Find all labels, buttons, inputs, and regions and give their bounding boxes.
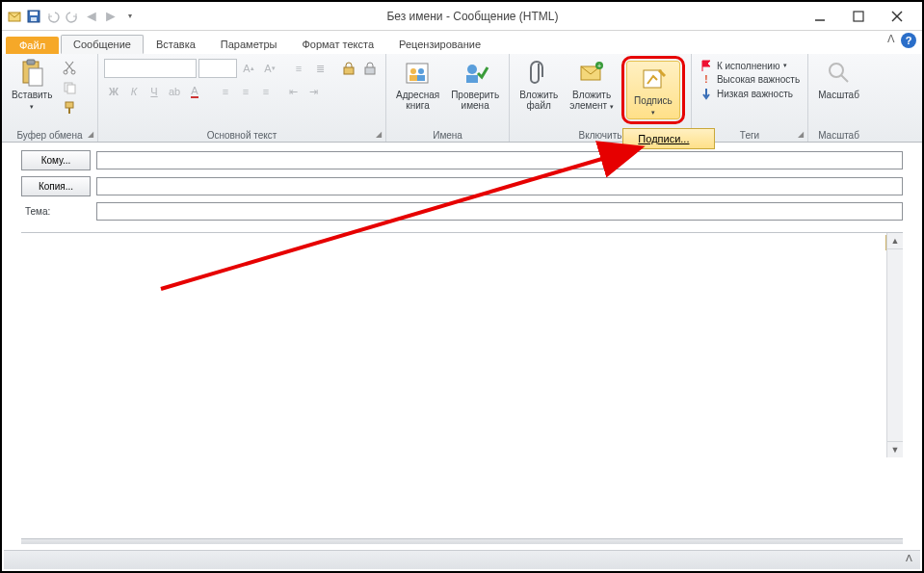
align-right-icon[interactable]: ≡ [256, 82, 276, 101]
collapse-ribbon-icon[interactable]: ᐱ [887, 33, 895, 48]
format-painter-icon[interactable] [60, 98, 79, 117]
svg-rect-23 [417, 75, 425, 81]
high-importance-button[interactable]: !Высокая важность [698, 73, 802, 86]
ribbon: Вставить▾ Буфер обмена◢ A▴ A▾ ≡ ≣ [2, 54, 922, 143]
increase-indent-icon[interactable]: ⇥ [304, 82, 323, 101]
statusbar: ᐱ [4, 550, 920, 569]
annotation-highlight: Подпись▾ Подписи... [621, 56, 685, 124]
check-names-label: Проверить имена [451, 90, 499, 111]
tab-review[interactable]: Рецензирование [386, 35, 493, 54]
tab-message[interactable]: Сообщение [61, 35, 144, 54]
copy-icon[interactable] [60, 78, 79, 97]
separator [21, 538, 903, 544]
svg-rect-14 [67, 85, 75, 93]
group-zoom: Масштаб Масштаб [808, 54, 869, 142]
file-tab[interactable]: Файл [6, 37, 59, 54]
svg-text:+: + [597, 63, 601, 69]
svg-rect-3 [31, 17, 37, 21]
save-icon[interactable] [25, 8, 42, 25]
group-names: Адресная книга Проверить имена Имена [386, 54, 510, 142]
shrink-font-icon[interactable]: A▾ [260, 59, 279, 78]
statusbar-expand-icon[interactable]: ᐱ [906, 553, 912, 563]
font-launcher-icon[interactable]: ◢ [376, 130, 382, 139]
address-book-button[interactable]: Адресная книга [392, 56, 443, 113]
ribbon-tabs: Файл Сообщение Вставка Параметры Формат … [2, 31, 922, 54]
italic-icon[interactable]: К [124, 82, 144, 101]
cc-button[interactable]: Копия... [21, 176, 91, 196]
svg-rect-9 [27, 60, 35, 65]
font-size-select[interactable] [198, 59, 237, 78]
maximize-button[interactable] [845, 7, 872, 26]
low-importance-button[interactable]: Низкая важность [698, 86, 802, 101]
group-names-label: Имена [392, 129, 503, 142]
to-button[interactable]: Кому... [21, 150, 91, 170]
svg-rect-22 [409, 75, 417, 81]
group-font: A▴ A▾ ≡ ≣ Ж К Ч ab A ≡ ≡ ≡ ⇤ [98, 54, 386, 142]
qat-send-icon[interactable] [6, 8, 23, 25]
svg-rect-18 [365, 67, 375, 74]
group-font-label: Основной текст◢ [104, 129, 380, 142]
follow-up-button[interactable]: К исполнению ▾ [698, 58, 802, 73]
tab-options[interactable]: Параметры [208, 35, 290, 54]
address-book-label: Адресная книга [396, 90, 439, 111]
tab-insert[interactable]: Вставка [144, 35, 208, 54]
font-color-icon[interactable]: A [185, 82, 204, 101]
tab-format[interactable]: Формат текста [289, 35, 386, 54]
zoom-button[interactable]: Масштаб [814, 56, 863, 102]
minimize-button[interactable] [806, 7, 833, 26]
paste-button[interactable]: Вставить▾ [8, 56, 56, 113]
svg-rect-2 [30, 12, 38, 15]
window-controls [806, 7, 918, 26]
svg-rect-15 [66, 102, 73, 108]
svg-rect-16 [68, 108, 70, 114]
group-include: Вложить файл + Вложить элемент ▾ Подпись… [510, 54, 692, 142]
svg-point-21 [418, 68, 424, 74]
next-item-icon[interactable]: ► [102, 8, 119, 25]
subject-field[interactable] [96, 202, 903, 221]
font-family-select[interactable] [104, 59, 197, 78]
svg-line-31 [841, 75, 848, 82]
align-left-icon[interactable]: ≡ [216, 82, 235, 101]
grow-font-icon[interactable]: A▴ [239, 59, 258, 78]
redo-icon[interactable] [64, 8, 81, 25]
undo-icon[interactable] [44, 8, 62, 25]
group-zoom-label: Масштаб [814, 129, 863, 142]
quick-access-toolbar: ◄ ► ▾ [6, 8, 139, 25]
body-scrollbar[interactable]: ▲ ▼ [886, 233, 903, 457]
signature-button[interactable]: Подпись▾ [626, 61, 680, 119]
svg-point-24 [467, 65, 477, 74]
zoom-label: Масштаб [818, 90, 859, 100]
signature-label: Подпись▾ [634, 95, 673, 117]
attach-item-button[interactable]: + Вложить элемент ▾ [566, 56, 618, 113]
highlight-color-icon[interactable]: ab [165, 82, 184, 101]
permissions2-icon[interactable] [360, 59, 380, 78]
cc-field[interactable] [96, 177, 903, 195]
signature-menu-item[interactable]: Подписи... [622, 128, 715, 149]
scroll-up-icon[interactable]: ▲ [887, 233, 903, 249]
help-icon[interactable]: ? [901, 33, 916, 48]
scroll-down-icon[interactable]: ▼ [887, 441, 903, 457]
paste-label: Вставить [12, 90, 52, 100]
bullets-icon[interactable]: ≡ [289, 59, 308, 78]
check-names-button[interactable]: Проверить имена [447, 56, 503, 113]
permissions-icon[interactable] [339, 59, 358, 78]
bold-icon[interactable]: Ж [104, 82, 123, 101]
subject-label: Тема: [21, 206, 91, 217]
clipboard-launcher-icon[interactable]: ◢ [88, 130, 93, 139]
to-field[interactable] [96, 151, 903, 169]
message-body[interactable]: ▲ ▼ [21, 232, 903, 457]
group-clipboard-label: Буфер обмена◢ [8, 129, 92, 142]
cut-icon[interactable] [60, 58, 79, 77]
decrease-indent-icon[interactable]: ⇤ [283, 82, 303, 101]
attach-file-button[interactable]: Вложить файл [515, 56, 562, 113]
message-header: Кому... Копия... Тема: [2, 143, 922, 230]
underline-icon[interactable]: Ч [145, 82, 164, 101]
close-button[interactable] [884, 7, 911, 26]
group-clipboard: Вставить▾ Буфер обмена◢ [2, 54, 98, 142]
prev-item-icon[interactable]: ◄ [83, 8, 100, 25]
tags-launcher-icon[interactable]: ◢ [798, 130, 804, 139]
numbering-icon[interactable]: ≣ [310, 59, 330, 78]
svg-rect-25 [466, 75, 478, 83]
align-center-icon[interactable]: ≡ [236, 82, 255, 101]
qat-customize-icon[interactable]: ▾ [121, 8, 139, 25]
